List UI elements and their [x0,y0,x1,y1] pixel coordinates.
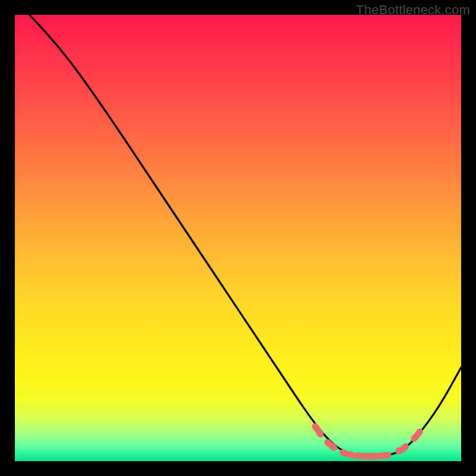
marker-layer [15,15,461,461]
chart-frame: TheBottleneck.com [0,0,476,476]
watermark-text: TheBottleneck.com [356,2,470,18]
plot-area [15,15,461,461]
